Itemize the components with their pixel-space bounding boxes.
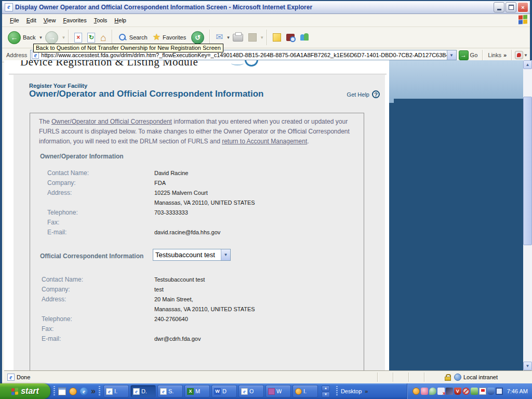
home-button[interactable]: ⌂: [98, 32, 109, 44]
minimize-button[interactable]: [494, 2, 504, 12]
go-button[interactable]: → Go: [459, 50, 478, 60]
intranet-globe-icon: [454, 374, 461, 381]
taskbar-button-5[interactable]: W D: [211, 385, 237, 397]
show-desktop-icon[interactable]: [58, 388, 66, 395]
correspondent-field-row: Fax:: [42, 325, 255, 335]
print-icon: [233, 34, 243, 42]
tray-key-icon[interactable]: [446, 388, 453, 395]
back-button-tooltip: Back to Question of Not Transfer Ownersh…: [33, 44, 223, 52]
status-pane: [393, 373, 408, 382]
taskbar-button-2-active[interactable]: e D.: [130, 385, 156, 397]
minimize-icon: [497, 9, 501, 10]
field-value: Testsubaccount test: [154, 276, 205, 283]
quick-launch-clock-icon[interactable]: [69, 388, 77, 395]
taskbar-button-6[interactable]: e O: [238, 385, 264, 397]
menu-view[interactable]: View: [40, 16, 60, 25]
desktop-toolbar[interactable]: Desktop »: [332, 386, 372, 396]
menu-help[interactable]: Help: [111, 16, 130, 25]
account-management-link[interactable]: return to Account Management: [222, 138, 307, 145]
task-label: I.: [303, 388, 307, 394]
fda-logo-icon: [245, 60, 258, 66]
ie-page-icon: e: [5, 3, 13, 11]
acrobat-dropdown[interactable]: ▼: [524, 53, 528, 58]
page-title: Owner/Operator and Official Corresponden…: [29, 89, 264, 99]
official-correspondent-select[interactable]: Testsubaccount test ▼: [153, 249, 231, 261]
start-button[interactable]: start: [0, 383, 50, 399]
quick-launch-ie-icon[interactable]: e: [80, 388, 88, 395]
tray-chat-icon[interactable]: [429, 388, 436, 395]
taskbar-button-7[interactable]: W: [265, 385, 291, 397]
chevron-down-icon[interactable]: ▼: [221, 249, 230, 260]
menu-file[interactable]: File: [6, 16, 23, 25]
tray-security-shield-icon[interactable]: [487, 388, 495, 395]
taskbar-button-4[interactable]: X M: [184, 385, 210, 397]
restore-icon: [509, 5, 514, 10]
status-bar: e Done Local intranet: [4, 370, 532, 383]
forward-button[interactable]: →: [43, 30, 61, 45]
scrollbar-thumb[interactable]: [523, 97, 532, 245]
close-button[interactable]: ×: [517, 2, 528, 12]
tray-clock-icon[interactable]: [413, 388, 420, 395]
breadcrumb: Register Your Facility: [29, 83, 87, 89]
refresh-button[interactable]: ↻: [85, 32, 98, 44]
address-dropdown[interactable]: ▼: [447, 50, 456, 60]
status-pane: [424, 373, 440, 382]
scroll-up-arrow[interactable]: ▲: [523, 60, 532, 69]
taskbar-button-1[interactable]: e I.: [103, 385, 129, 397]
mail-button[interactable]: ✉: [213, 32, 225, 43]
research-button[interactable]: [284, 33, 297, 42]
taskbar-button-8[interactable]: I.: [292, 385, 318, 397]
back-button[interactable]: ← Back: [5, 30, 38, 45]
field-label: Telephone:: [42, 315, 154, 323]
print-button[interactable]: [230, 33, 246, 43]
messenger-button[interactable]: [297, 32, 312, 43]
mail-dropdown[interactable]: ▼: [226, 35, 230, 40]
toolbar-grip[interactable]: [336, 386, 338, 396]
scroll-up-arrow[interactable]: ▲: [322, 385, 330, 391]
search-button[interactable]: Search: [115, 32, 150, 43]
status-text: Done: [17, 374, 30, 380]
stop-button[interactable]: ×: [72, 32, 85, 44]
tray-flag-icon[interactable]: [479, 388, 486, 395]
tray-disabled-icon[interactable]: [462, 388, 470, 395]
status-pane: [408, 373, 424, 382]
field-value: FDA: [154, 179, 166, 186]
tray-update-icon[interactable]: [471, 388, 478, 395]
owner-operator-link[interactable]: Owner/Operator and Official Corresponden…: [51, 118, 172, 125]
links-toolbar[interactable]: Links »: [486, 52, 509, 58]
chevron-icon[interactable]: »: [365, 388, 368, 394]
edit-dropdown: ▼: [260, 35, 264, 40]
discuss-button[interactable]: [270, 32, 284, 43]
acrobat-icon[interactable]: [515, 51, 523, 59]
tray-antivirus-icon[interactable]: V: [454, 388, 461, 395]
tray-offline-contact-icon[interactable]: [437, 388, 445, 395]
scroll-down-arrow[interactable]: ▼: [322, 392, 330, 397]
back-dropdown[interactable]: ▼: [38, 35, 43, 40]
menu-edit[interactable]: Edit: [23, 16, 40, 25]
sidebar-light-band: [389, 60, 523, 99]
maximize-button[interactable]: [506, 2, 516, 12]
toolbar-grip[interactable]: [54, 386, 55, 396]
fda-logo-icon: [231, 61, 244, 65]
menu-favorites[interactable]: Favorites: [59, 16, 90, 25]
taskbar-button-3[interactable]: e S.: [157, 385, 183, 397]
ie-icon: e: [160, 388, 167, 395]
title-bar[interactable]: e Display Owner Operator and Official Co…: [2, 1, 530, 14]
taskbar-scroll-buttons[interactable]: ▲ ▼: [322, 385, 330, 397]
vertical-scrollbar[interactable]: ▲ ▼: [523, 60, 532, 370]
tray-app-icon[interactable]: [421, 388, 428, 395]
correspondent-fields: Contact Name: Testsubaccount test Compan…: [42, 276, 255, 345]
back-icon: ←: [8, 31, 21, 44]
scroll-down-arrow[interactable]: ▼: [523, 362, 532, 370]
menu-tools[interactable]: Tools: [90, 16, 111, 25]
get-help-link[interactable]: Get Help ?: [347, 90, 380, 98]
taskbar-clock[interactable]: 7:46 AM: [507, 388, 528, 394]
favorites-button[interactable]: ★ Favorites: [150, 32, 189, 43]
messenger-icon: [300, 33, 309, 42]
history-button[interactable]: ↺: [189, 30, 207, 45]
toolbar-grip[interactable]: [99, 386, 100, 396]
field-label: Fax:: [42, 325, 154, 332]
chevron-icon[interactable]: »: [91, 387, 96, 396]
help-question-icon[interactable]: ?: [372, 90, 380, 98]
tray-network-icon[interactable]: [496, 388, 503, 395]
